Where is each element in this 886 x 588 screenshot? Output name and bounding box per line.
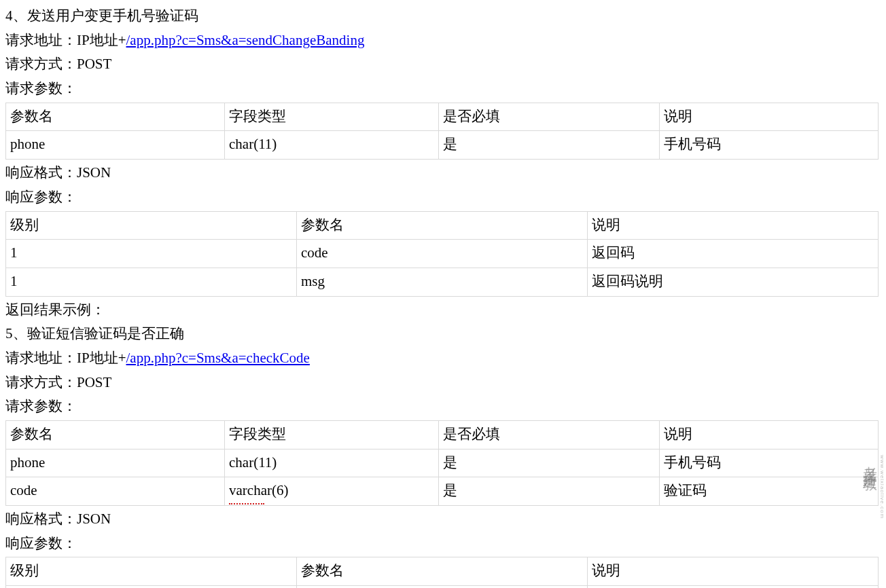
th-required: 是否必填: [439, 421, 660, 449]
th-desc: 说明: [660, 103, 879, 131]
table-row: 1 code 返回码: [6, 586, 879, 588]
response-format-value: JSON: [77, 164, 111, 181]
label-response-format: 响应格式：: [5, 164, 77, 181]
th-field-type: 字段类型: [225, 103, 439, 131]
cell: varchar(6): [225, 477, 439, 506]
cell: code: [297, 240, 588, 268]
section5-response-params-label: 响应参数：: [5, 532, 881, 556]
cell: msg: [297, 268, 588, 296]
cell: 是: [439, 131, 660, 160]
th-required: 是否必填: [439, 103, 660, 131]
cell: 1: [6, 586, 297, 588]
th-param-name: 参数名: [6, 421, 225, 449]
section5-title: 5、验证短信验证码是否正确: [5, 322, 881, 346]
table-header-row: 级别 参数名 说明: [6, 557, 879, 586]
section4-return-example-label: 返回结果示例：: [5, 298, 881, 323]
cell: 验证码: [660, 477, 879, 506]
cell: code: [297, 586, 588, 588]
label-response-format: 响应格式：: [5, 511, 77, 527]
th-level: 级别: [6, 557, 297, 586]
request-url-prefix: IP地址+: [77, 350, 126, 366]
section4-response-format: 响应格式：JSON: [5, 161, 881, 185]
section5-response-format: 响应格式：JSON: [5, 507, 881, 532]
cell: char(11): [225, 449, 439, 477]
th-param-name: 参数名: [297, 211, 588, 240]
section4-response-params-label: 响应参数：: [5, 185, 881, 210]
section5-request-method: 请求方式：POST: [5, 371, 881, 395]
section4-request-params-label: 请求参数：: [5, 77, 881, 101]
section4-request-method: 请求方式：POST: [5, 52, 881, 77]
cell: 返回码: [588, 240, 879, 268]
cell: 手机号码: [660, 131, 879, 160]
th-field-type: 字段类型: [225, 421, 439, 449]
cell: 1: [6, 240, 297, 268]
cell: 是: [439, 449, 660, 477]
request-method-value: POST: [77, 374, 111, 390]
section4-request-params-table: 参数名 字段类型 是否必填 说明 phone char(11) 是 手机号码: [5, 103, 879, 160]
table-row: 1 msg 返回码说明: [6, 268, 879, 296]
th-level: 级别: [6, 211, 297, 240]
cell: 是: [439, 477, 660, 506]
label-request-url: 请求地址：: [5, 32, 77, 48]
table-row: 1 code 返回码: [6, 240, 879, 268]
section5-request-params-table: 参数名 字段类型 是否必填 说明 phone char(11) 是 手机号码 c…: [5, 420, 879, 506]
th-param-name: 参数名: [297, 557, 588, 586]
table-row: phone char(11) 是 手机号码: [6, 449, 879, 477]
cell: phone: [6, 449, 225, 477]
th-desc: 说明: [588, 211, 879, 240]
section5-request-params-label: 请求参数：: [5, 394, 881, 419]
cell: 返回码: [588, 586, 879, 588]
section5-response-params-table: 级别 参数名 说明 1 code 返回码 1 msg 返回码说明: [5, 557, 879, 588]
label-request-method: 请求方式：: [5, 56, 77, 72]
cell: char(11): [225, 131, 439, 160]
section4-request-url: 请求地址：IP地址+/app.php?c=Sms&a=sendChangeBan…: [5, 29, 881, 53]
request-url-prefix: IP地址+: [77, 32, 126, 48]
th-desc: 说明: [588, 557, 879, 586]
cell: code: [6, 477, 225, 506]
request-method-value: POST: [77, 56, 111, 72]
th-desc: 说明: [660, 421, 879, 449]
request-url-link[interactable]: /app.php?c=Sms&a=sendChangeBanding: [126, 32, 365, 48]
cell: 返回码说明: [588, 268, 879, 296]
section5-request-url: 请求地址：IP地址+/app.php?c=Sms&a=checkCode: [5, 346, 881, 371]
table-row: code varchar(6) 是 验证码: [6, 477, 879, 506]
cell: phone: [6, 131, 225, 160]
table-header-row: 参数名 字段类型 是否必填 说明: [6, 421, 879, 449]
th-param-name: 参数名: [6, 103, 225, 131]
cell: 1: [6, 268, 297, 296]
section4-title: 4、发送用户变更手机号验证码: [5, 4, 881, 29]
table-row: phone char(11) 是 手机号码: [6, 131, 879, 160]
cell: 手机号码: [660, 449, 879, 477]
section4-response-params-table: 级别 参数名 说明 1 code 返回码 1 msg 返回码说明: [5, 211, 879, 297]
response-format-value: JSON: [77, 511, 111, 527]
cell-value-spellmark: varchar(6): [229, 479, 288, 503]
label-request-method: 请求方式：: [5, 374, 77, 390]
table-header-row: 级别 参数名 说明: [6, 211, 879, 240]
table-header-row: 参数名 字段类型 是否必填 说明: [6, 103, 879, 131]
request-url-link[interactable]: /app.php?c=Sms&a=checkCode: [126, 350, 310, 366]
label-request-url: 请求地址：: [5, 350, 77, 366]
